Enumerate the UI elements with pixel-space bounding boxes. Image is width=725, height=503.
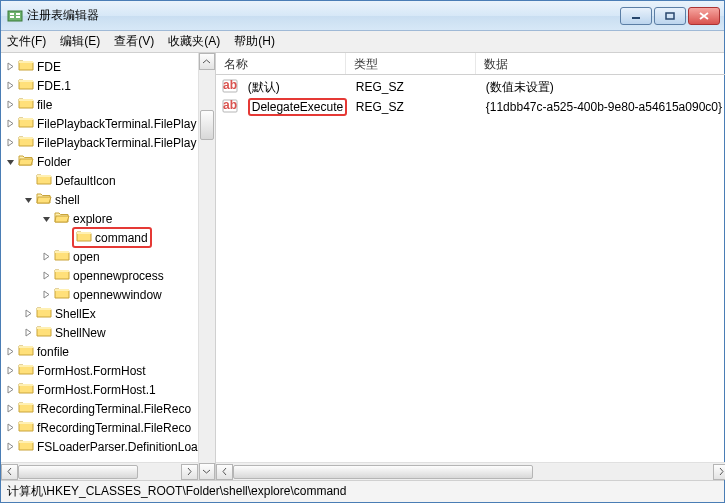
- tree-item[interactable]: FilePlaybackTerminal.FilePlay: [5, 133, 198, 152]
- chevron-right-icon[interactable]: [5, 61, 16, 72]
- tree-label: opennewwindow: [73, 288, 162, 302]
- chevron-right-icon[interactable]: [5, 99, 16, 110]
- tree-item[interactable]: file: [5, 95, 198, 114]
- highlight-box: command: [72, 227, 152, 248]
- close-button[interactable]: [688, 7, 720, 25]
- menu-help[interactable]: 帮助(H): [234, 33, 275, 50]
- scroll-left-icon[interactable]: [1, 464, 18, 480]
- column-name[interactable]: 名称: [216, 53, 346, 74]
- value-row[interactable]: abDelegateExecuteREG_SZ{11dbb47c-a525-40…: [216, 97, 725, 117]
- svg-rect-7: [19, 61, 33, 63]
- svg-rect-18: [37, 327, 51, 329]
- chevron-right-icon[interactable]: [41, 270, 52, 281]
- scroll-thumb[interactable]: [18, 465, 138, 479]
- chevron-right-icon[interactable]: [5, 365, 16, 376]
- tree-item[interactable]: Folder: [5, 152, 198, 171]
- status-path: 计算机\HKEY_CLASSES_ROOT\Folder\shell\explo…: [7, 483, 346, 500]
- tree-label: ShellNew: [55, 326, 106, 340]
- chevron-down-icon[interactable]: [5, 156, 16, 167]
- tree-item[interactable]: FormHost.FormHost.1: [5, 380, 198, 399]
- chevron-right-icon[interactable]: [5, 403, 16, 414]
- list-body[interactable]: ab(默认)REG_SZ(数值未设置)abDelegateExecuteREG_…: [216, 75, 725, 462]
- scroll-down-icon[interactable]: [199, 463, 215, 480]
- scroll-thumb[interactable]: [233, 465, 533, 479]
- chevron-right-icon[interactable]: [23, 327, 34, 338]
- menu-edit[interactable]: 编辑(E): [60, 33, 100, 50]
- svg-rect-11: [19, 137, 33, 139]
- chevron-right-icon[interactable]: [5, 118, 16, 129]
- scroll-track[interactable]: [18, 464, 181, 480]
- chevron-right-icon[interactable]: [5, 384, 16, 395]
- tree-item[interactable]: fRecordingTerminal.FileReco: [5, 418, 198, 437]
- folder-icon: [18, 77, 37, 94]
- vscroll-track[interactable]: [199, 70, 215, 463]
- scroll-up-icon[interactable]: [199, 53, 215, 70]
- tree-label: Folder: [37, 155, 71, 169]
- chevron-right-icon[interactable]: [5, 441, 16, 452]
- tree-item[interactable]: FormHost.FormHost: [5, 361, 198, 380]
- tree-item[interactable]: shell: [5, 190, 198, 209]
- tree-item[interactable]: FSLoaderParser.DefinitionLoa: [5, 437, 198, 456]
- menu-view[interactable]: 查看(V): [114, 33, 154, 50]
- tree-label: opennewprocess: [73, 269, 164, 283]
- folder-icon: [18, 96, 37, 113]
- chevron-right-icon[interactable]: [5, 137, 16, 148]
- menu-favorites[interactable]: 收藏夹(A): [168, 33, 220, 50]
- folder-icon: [54, 267, 73, 284]
- folder-icon: [54, 286, 73, 303]
- folder-icon: [18, 381, 37, 398]
- tree-item[interactable]: DefaultIcon: [5, 171, 198, 190]
- titlebar[interactable]: 注册表编辑器: [1, 1, 724, 31]
- tree-hscrollbar[interactable]: [1, 462, 198, 480]
- chevron-right-icon[interactable]: [41, 289, 52, 300]
- chevron-down-icon[interactable]: [23, 194, 34, 205]
- tree-item[interactable]: FDE: [5, 57, 198, 76]
- vscroll-thumb[interactable]: [200, 110, 214, 140]
- scroll-right-icon[interactable]: [713, 464, 725, 480]
- tree-item[interactable]: open: [5, 247, 198, 266]
- list-hscrollbar[interactable]: [216, 462, 725, 480]
- tree-item[interactable]: ShellEx: [5, 304, 198, 323]
- chevron-right-icon[interactable]: [5, 346, 16, 357]
- folder-icon: [36, 324, 55, 341]
- tree-pane: FDEFDE.1fileFilePlaybackTerminal.FilePla…: [1, 53, 216, 480]
- chevron-right-icon[interactable]: [5, 80, 16, 91]
- value-data: {11dbb47c-a525-400b-9e80-a54615a090c0}: [478, 100, 725, 114]
- tree-item[interactable]: ShellNew: [5, 323, 198, 342]
- tree-item[interactable]: fRecordingTerminal.FileReco: [5, 399, 198, 418]
- tree-item[interactable]: FDE.1: [5, 76, 198, 95]
- folder-icon: [76, 229, 95, 246]
- scroll-track[interactable]: [233, 464, 713, 480]
- svg-rect-15: [55, 270, 69, 272]
- tree-item[interactable]: opennewprocess: [5, 266, 198, 285]
- value-name: (默认): [240, 79, 348, 96]
- folder-icon: [18, 134, 37, 151]
- svg-text:ab: ab: [223, 98, 237, 112]
- column-type[interactable]: 类型: [346, 53, 476, 74]
- tree-label: FormHost.FormHost: [37, 364, 146, 378]
- tree-view[interactable]: FDEFDE.1fileFilePlaybackTerminal.FilePla…: [1, 53, 198, 462]
- folder-icon: [18, 438, 37, 455]
- tree-item[interactable]: fonfile: [5, 342, 198, 361]
- svg-rect-16: [55, 289, 69, 291]
- statusbar: 计算机\HKEY_CLASSES_ROOT\Folder\shell\explo…: [1, 480, 724, 502]
- value-row[interactable]: ab(默认)REG_SZ(数值未设置): [216, 77, 725, 97]
- chevron-down-icon[interactable]: [41, 213, 52, 224]
- tree-item[interactable]: opennewwindow: [5, 285, 198, 304]
- folder-icon: [18, 115, 37, 132]
- scroll-right-icon[interactable]: [181, 464, 198, 480]
- chevron-right-icon[interactable]: [5, 422, 16, 433]
- tree-item[interactable]: explore: [5, 209, 198, 228]
- scroll-left-icon[interactable]: [216, 464, 233, 480]
- maximize-button[interactable]: [654, 7, 686, 25]
- chevron-right-icon[interactable]: [41, 251, 52, 262]
- tree-item[interactable]: command: [5, 228, 198, 247]
- menu-file[interactable]: 文件(F): [7, 33, 46, 50]
- minimize-button[interactable]: [620, 7, 652, 25]
- column-data[interactable]: 数据: [476, 53, 725, 74]
- chevron-right-icon[interactable]: [23, 308, 34, 319]
- tree-vscrollbar[interactable]: [198, 53, 215, 480]
- tree-label: shell: [55, 193, 80, 207]
- list-header: 名称 类型 数据: [216, 53, 725, 75]
- tree-item[interactable]: FilePlaybackTerminal.FilePlay: [5, 114, 198, 133]
